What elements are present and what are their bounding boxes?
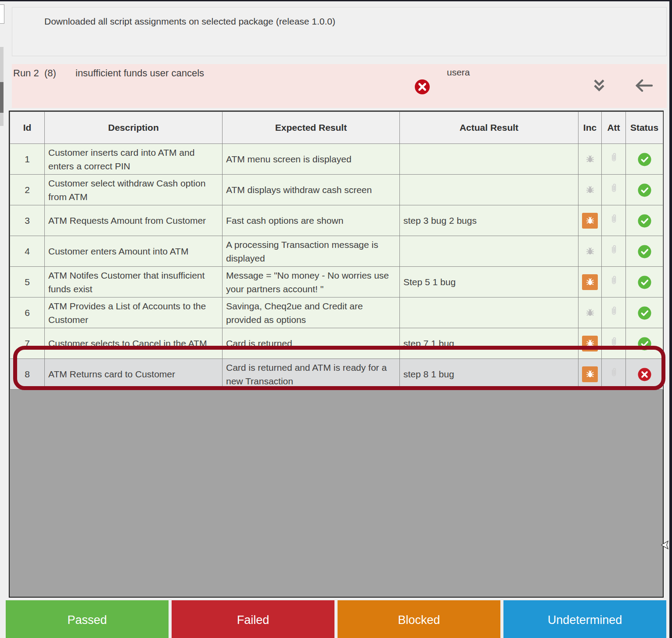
paperclip-icon[interactable] [609, 274, 618, 290]
table-row[interactable]: 6 ATM Provides a List of Accounts to the… [10, 297, 663, 328]
column-header-att: Att [602, 112, 626, 144]
status-cell [626, 205, 663, 236]
step-id: 5 [10, 267, 45, 297]
attachment-cell[interactable] [602, 359, 626, 390]
mouse-cursor-icon [660, 540, 670, 552]
attachment-cell[interactable] [602, 236, 626, 267]
attachment-cell[interactable] [602, 144, 626, 175]
step-id: 3 [10, 205, 45, 236]
step-actual-result [400, 297, 579, 328]
run-step-count: (8) [44, 68, 56, 79]
window-top-border [0, 0, 672, 1]
status-cell [626, 328, 663, 359]
column-header-description: Description [45, 112, 223, 144]
bug-icon[interactable] [582, 336, 598, 351]
run-header-bar: Run 2 (8) insufficient funds user cancel… [12, 64, 667, 108]
column-header-actual-result: Actual Result [400, 112, 579, 144]
left-scrollbar-thumb[interactable] [0, 82, 4, 113]
column-header-status: Status [626, 112, 663, 144]
bug-icon[interactable] [582, 244, 598, 259]
table-row[interactable]: 2 Customer select withdraw Cash option f… [10, 175, 663, 205]
paperclip-icon[interactable] [609, 305, 618, 320]
toast-panel: Downloaded all script assignments on sel… [12, 7, 667, 56]
incident-cell[interactable] [579, 267, 602, 297]
step-expected-result: Fast cash options are shown [223, 205, 400, 236]
step-expected-result: Card is returned [223, 328, 400, 359]
incident-cell[interactable] [579, 328, 602, 359]
table-header-row: Id Description Expected Result Actual Re… [10, 112, 663, 144]
test-runner-window: { "toast": { "message": "Downloaded all … [0, 0, 672, 638]
status-cell [626, 267, 663, 297]
incident-cell[interactable] [579, 359, 602, 390]
incident-cell[interactable] [579, 297, 602, 328]
attachment-cell[interactable] [602, 297, 626, 328]
status-icon [638, 306, 651, 320]
step-expected-result: Savinga, Cheq2ue and Credit are provided… [223, 297, 400, 328]
blocked-button[interactable]: Blocked [338, 600, 500, 638]
undetermined-button[interactable]: Undetermined [503, 600, 666, 638]
column-header-expected-result: Expected Result [223, 112, 400, 144]
steps-table: Id Description Expected Result Actual Re… [10, 111, 663, 390]
status-icon [638, 276, 651, 289]
passed-button[interactable]: Passed [6, 600, 169, 638]
status-cell [626, 297, 663, 328]
paperclip-icon[interactable] [609, 244, 618, 259]
step-id: 8 [10, 359, 45, 390]
status-cell [626, 144, 663, 175]
column-header-id: Id [10, 112, 45, 144]
table-row[interactable]: 7 Customer selects to Cancel in the ATM … [10, 328, 663, 359]
paperclip-icon[interactable] [609, 182, 618, 197]
attachment-cell[interactable] [602, 205, 626, 236]
bug-icon[interactable] [582, 182, 598, 198]
bug-icon[interactable] [582, 213, 598, 229]
step-description: ATM Returns card to Customer [45, 359, 223, 390]
step-description: Customer inserts card into ATM and enter… [45, 144, 223, 175]
paperclip-icon[interactable] [609, 151, 618, 167]
left-scrollbar-track[interactable] [0, 47, 4, 126]
attachment-cell[interactable] [602, 328, 626, 359]
table-row[interactable]: 8 ATM Returns card to Customer Card is r… [10, 359, 663, 390]
bug-icon[interactable] [582, 151, 598, 167]
failed-button[interactable]: Failed [172, 600, 334, 638]
status-icon [638, 153, 651, 166]
toast-message: Downloaded all script assignments on sel… [44, 16, 335, 27]
status-buttons-bar: Passed Failed Blocked Undetermined [6, 600, 666, 638]
attachment-cell[interactable] [602, 267, 626, 297]
table-row[interactable]: 1 Customer inserts card into ATM and ent… [10, 144, 663, 175]
incident-cell[interactable] [579, 175, 602, 205]
status-cell [626, 175, 663, 205]
incident-cell[interactable] [579, 205, 602, 236]
bug-icon[interactable] [582, 274, 598, 290]
table-row[interactable]: 3 ATM Requests Amount from Customer Fast… [10, 205, 663, 236]
attachment-cell[interactable] [602, 175, 626, 205]
arrow-left-icon[interactable] [634, 79, 654, 92]
step-actual-result: step 7 1 bug [400, 328, 579, 359]
step-actual-result: step 3 bug 2 bugs [400, 205, 579, 236]
paperclip-icon[interactable] [609, 336, 618, 351]
run-script-title: insufficient funds user cancels [75, 68, 204, 79]
step-description: Customer selects to Cancel in the ATM [45, 328, 223, 359]
table-row[interactable]: 4 Customer enters Amount into ATM A proc… [10, 236, 663, 267]
run-assigned-user: usera [447, 67, 470, 78]
step-expected-result: ATM menu screen is displayed [223, 144, 400, 175]
double-chevron-down-icon[interactable] [591, 77, 607, 94]
incident-cell[interactable] [579, 144, 602, 175]
step-description: Customer enters Amount into ATM [45, 236, 223, 267]
steps-table-container: Id Description Expected Result Actual Re… [9, 111, 664, 598]
bug-icon[interactable] [582, 366, 598, 382]
step-id: 2 [10, 175, 45, 205]
paperclip-icon[interactable] [609, 366, 618, 382]
step-description: ATM Provides a List of Accounts to the C… [45, 297, 223, 328]
paperclip-icon[interactable] [609, 213, 618, 228]
step-actual-result [400, 175, 579, 205]
status-icon [638, 245, 651, 258]
status-cell [626, 236, 663, 267]
bug-icon[interactable] [582, 305, 598, 321]
step-actual-result [400, 144, 579, 175]
status-icon [638, 183, 651, 197]
incident-cell[interactable] [579, 236, 602, 267]
status-icon [638, 368, 651, 381]
status-cell [626, 359, 663, 390]
table-row[interactable]: 5 ATM Notifes Customer that insufficient… [10, 267, 663, 297]
step-description: Customer select withdraw Cash option fro… [45, 175, 223, 205]
